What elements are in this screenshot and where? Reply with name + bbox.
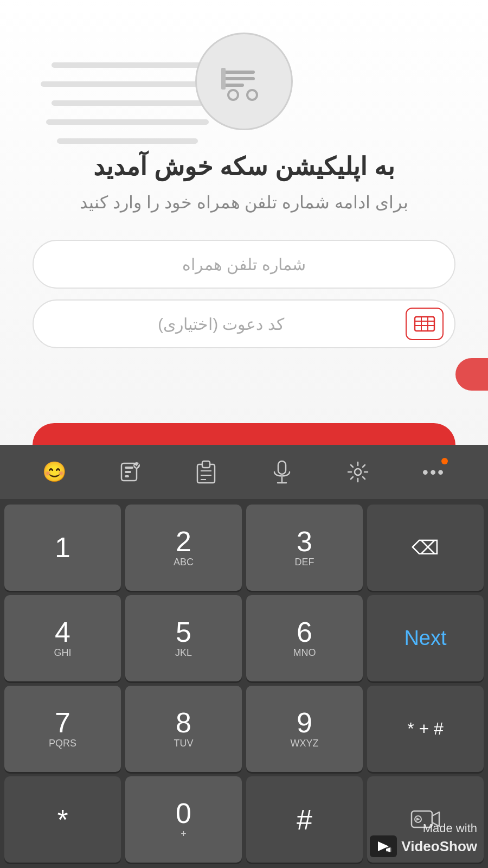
referral-placeholder: کد دعوت (اختیاری): [44, 315, 397, 334]
phone-input-field[interactable]: شماره تلفن همراه: [33, 240, 455, 289]
svg-marker-33: [416, 818, 420, 821]
logo-area: [195, 33, 293, 130]
key-star[interactable]: *: [4, 776, 121, 863]
svg-marker-31: [432, 812, 439, 826]
key-4[interactable]: 4 GHI: [4, 595, 121, 681]
key-0[interactable]: 0 +: [125, 776, 242, 863]
svg-rect-19: [125, 475, 129, 477]
svg-point-29: [355, 469, 361, 475]
more-icon[interactable]: •••: [418, 456, 450, 488]
svg-rect-17: [125, 467, 133, 469]
mic-icon[interactable]: [266, 456, 298, 488]
key-hash[interactable]: #: [246, 776, 363, 863]
svg-rect-18: [125, 471, 131, 473]
key-backspace[interactable]: ⌫: [367, 505, 484, 591]
emoji-icon[interactable]: 😊: [38, 456, 70, 488]
key-5[interactable]: 5 JKL: [125, 595, 242, 681]
submit-button-partial[interactable]: [33, 423, 455, 445]
clipboard-icon[interactable]: [190, 456, 222, 488]
welcome-subtitle: برای ادامه شماره تلفن همراه خود را وارد …: [47, 192, 441, 213]
phone-placeholder: شماره تلفن همراه: [182, 255, 306, 274]
floating-circle: [455, 358, 488, 391]
welcome-title: به اپلیکیشن سکه خوش آمدید: [72, 152, 416, 181]
svg-rect-11: [415, 317, 434, 331]
referral-input-field[interactable]: کد دعوت (اختیاری): [33, 299, 455, 348]
key-9[interactable]: 9 WXYZ: [246, 686, 363, 772]
keyboard-section: 😊: [0, 445, 488, 868]
notification-dot: [441, 458, 448, 464]
key-symbols[interactable]: * + #: [367, 686, 484, 772]
settings-icon[interactable]: [342, 456, 374, 488]
referral-icon: [406, 308, 444, 340]
key-8[interactable]: 8 TUV: [125, 686, 242, 772]
svg-point-8: [228, 90, 238, 100]
key-video[interactable]: [367, 776, 484, 863]
key-3[interactable]: 3 DEF: [246, 505, 363, 591]
key-6[interactable]: 6 MNO: [246, 595, 363, 681]
key-1[interactable]: 1: [4, 505, 121, 591]
keyboard-toolbar: 😊: [0, 445, 488, 499]
svg-rect-5: [222, 71, 255, 74]
svg-rect-26: [278, 461, 286, 474]
svg-rect-22: [202, 461, 210, 468]
svg-rect-10: [221, 68, 226, 90]
key-7[interactable]: 7 PQRS: [4, 686, 121, 772]
keyboard-keys: 1 2 ABC 3 DEF ⌫ 4 GHI 5 JKL 6 MNO Next: [0, 499, 488, 868]
key-next[interactable]: Next: [367, 595, 484, 681]
logo-circle: [195, 33, 293, 130]
key-2[interactable]: 2 ABC: [125, 505, 242, 591]
svg-point-9: [247, 90, 257, 100]
svg-rect-6: [222, 77, 255, 80]
sticker-icon[interactable]: [114, 456, 146, 488]
app-section: به اپلیکیشن سکه خوش آمدید برای ادامه شما…: [0, 0, 488, 445]
